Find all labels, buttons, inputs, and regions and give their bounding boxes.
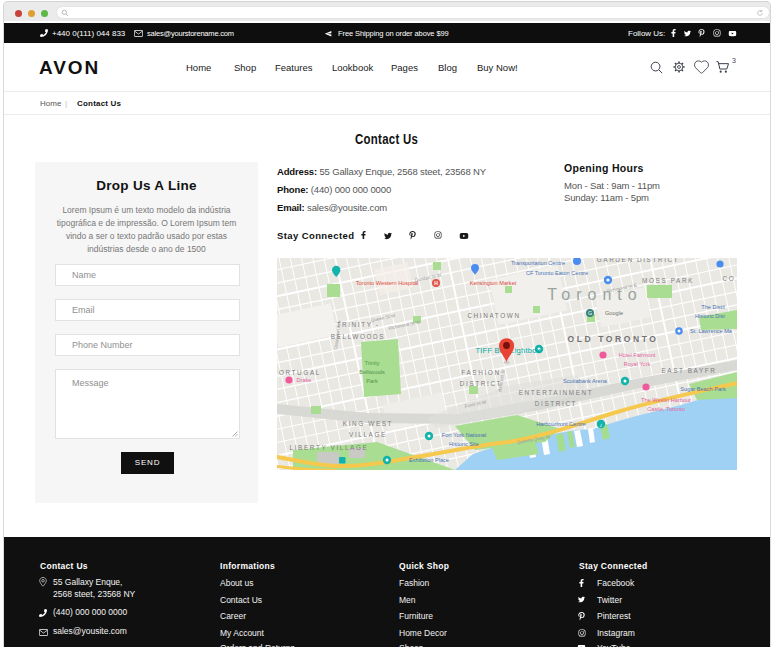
svg-text:EAST BAYFR: EAST BAYFR (661, 367, 716, 374)
svg-text:Park: Park (366, 378, 378, 384)
svg-text:FASHION: FASHION (461, 369, 500, 376)
svg-text:TRINITY -: TRINITY - (336, 321, 379, 328)
svg-text:Historic Site: Historic Site (449, 441, 479, 447)
svg-text:VILLAGE: VILLAGE (349, 431, 387, 438)
svg-text:Historic Dist: Historic Dist (695, 313, 725, 319)
svg-text:H: H (434, 280, 438, 286)
svg-text:CF Toronto Eaton Centre: CF Toronto Eaton Centre (526, 270, 588, 276)
svg-text:Bellwoods: Bellwoods (359, 369, 385, 375)
svg-text:GARDEN DISTRICT: GARDEN DISTRICT (597, 258, 680, 263)
svg-text:PORTUGAL: PORTUGAL (277, 369, 321, 376)
svg-text:BELLWOODS: BELLWOODS (331, 333, 385, 340)
svg-text:Castle, Toronto: Castle, Toronto (647, 406, 685, 412)
svg-text:LIBERTY VILLAGE: LIBERTY VILLAGE (290, 444, 369, 451)
svg-text:DISTRICT: DISTRICT (535, 400, 577, 407)
svg-text:Exhibition Place: Exhibition Place (409, 457, 449, 463)
svg-text:Royal York: Royal York (624, 361, 651, 367)
svg-text:Scotiabank Arena: Scotiabank Arena (563, 378, 608, 384)
svg-text:Transportation Centre: Transportation Centre (511, 260, 565, 266)
svg-text:DISTRICT: DISTRICT (460, 380, 502, 387)
svg-text:G: G (588, 310, 592, 316)
svg-text:Sugar Beach Park: Sugar Beach Park (680, 386, 726, 392)
svg-text:The Westin Harbour: The Westin Harbour (641, 397, 691, 403)
svg-text:Hotel Fairmont: Hotel Fairmont (619, 352, 656, 358)
svg-text:MOSS PARK: MOSS PARK (642, 277, 694, 284)
svg-text:Harbourfront Centre: Harbourfront Centre (536, 421, 586, 427)
svg-text:♪: ♪ (600, 422, 603, 428)
svg-text:Google: Google (605, 310, 623, 316)
svg-text:ENTERTAINMENT: ENTERTAINMENT (519, 389, 594, 396)
svg-text:CO: CO (723, 275, 736, 282)
svg-text:Toronto Western Hospital: Toronto Western Hospital (356, 280, 419, 286)
svg-text:Fort York National: Fort York National (442, 432, 486, 438)
svg-text:Drake: Drake (297, 377, 312, 383)
svg-text:CHINATOWN: CHINATOWN (467, 312, 520, 319)
svg-text:The Distil: The Distil (701, 304, 724, 310)
svg-text:KING WEST: KING WEST (343, 420, 393, 427)
svg-text:OLD TORONTO: OLD TORONTO (567, 334, 658, 344)
svg-text:Toronto: Toronto (547, 286, 642, 303)
svg-text:Kensington Market: Kensington Market (470, 280, 517, 286)
svg-text:St. Lawrence Ma: St. Lawrence Ma (690, 328, 733, 334)
svg-text:Trinity: Trinity (364, 360, 379, 366)
